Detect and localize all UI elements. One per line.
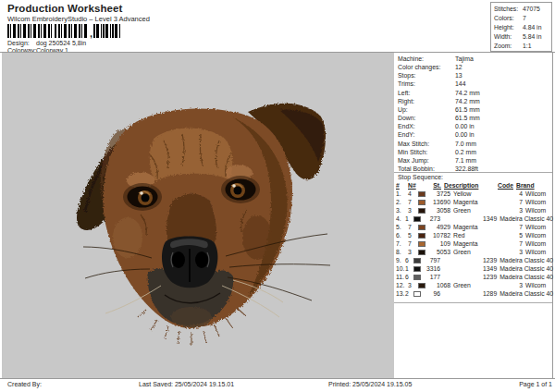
stop-sequence-divider <box>394 302 552 303</box>
machine-settings-panel: Machine:Tajima Color changes:12 Stops:13… <box>398 55 551 173</box>
machine-row: Right:74.2 mm <box>398 97 551 105</box>
barcode-segment-2 <box>93 24 121 38</box>
machine-row: Max Stitch:7.0 mm <box>398 140 551 148</box>
stop-sequence-heading: Stop Sequence: <box>398 174 443 180</box>
stop-sequence-row: 11.61771239Madeira Classic 40 <box>396 273 553 281</box>
thread-swatch <box>418 233 426 239</box>
machine-row: Up:61.5 mm <box>398 105 551 114</box>
thread-swatch <box>413 216 421 222</box>
thread-swatch <box>413 258 421 263</box>
stop-sequence-row: 10.133161349Madeira Classic 40 <box>396 264 553 273</box>
thread-swatch <box>413 291 421 297</box>
thread-swatch <box>418 283 426 288</box>
machine-row: Trims:144 <box>398 80 551 88</box>
machine-row: EndY:0.00 in <box>398 130 551 139</box>
thread-swatch <box>413 266 421 272</box>
stat-height: Height:4.84 in <box>494 23 551 32</box>
stop-sequence-row: 9.67971239Madeira Classic 40 <box>396 256 553 264</box>
dog-design-preview <box>2 53 394 378</box>
thread-swatch <box>418 250 426 255</box>
stat-colors: Colors:7 <box>494 14 551 23</box>
stop-sequence-table: # N# St. Description Code Brand 1.43725Y… <box>396 181 553 298</box>
dog-head-group <box>77 104 326 346</box>
stop-sequence-row: 12.31068Green3Wilcom <box>396 281 553 289</box>
stop-sequence-row: 5.74929Magenta7Wilcom <box>396 223 553 231</box>
stop-sequence-row: 7.7109Magenta7Wilcom <box>396 239 553 248</box>
barcode-segment-1 <box>7 24 89 38</box>
machine-row: EndX:0.00 in <box>398 122 551 130</box>
barcode-comma: , <box>90 29 92 38</box>
stop-sequence-row: 13.2961289Madeira Classic 40 <box>396 289 553 298</box>
machine-row: Color changes:12 <box>398 63 551 71</box>
machine-row: Stops:13 <box>398 71 551 80</box>
stop-sequence-row: 3.33058Green3Wilcom <box>396 206 553 214</box>
thread-swatch <box>418 241 426 247</box>
footer-printed: Printed: 25/05/2024 19.15.05 <box>328 381 412 387</box>
machine-row: Left:74.2 mm <box>398 89 551 97</box>
design-barcode: , <box>7 24 121 38</box>
thread-swatch <box>418 225 426 230</box>
page-title: Production Worksheet <box>7 3 122 14</box>
stop-sequence-row: 4.12731349Madeira Classic 40 <box>396 214 553 223</box>
machine-row: Down:61.5 mm <box>398 114 551 122</box>
thread-swatch <box>418 200 426 205</box>
footer-last-saved: Last Saved: 25/05/2024 19.15.01 <box>139 381 234 387</box>
footer-divider <box>0 378 555 379</box>
design-stats-box: Stitches:47075 Colors:7 Height:4.84 in W… <box>490 2 552 52</box>
thread-swatch <box>413 275 421 280</box>
machine-row: Total Bobbin:322.88ft <box>398 165 551 173</box>
machine-row: Max Jump:7.1 mm <box>398 156 551 165</box>
stat-stitches: Stitches:47075 <box>494 5 551 14</box>
thread-swatch <box>418 208 426 214</box>
machine-row: Machine:Tajima <box>398 55 551 63</box>
stop-sequence-row: 8.35053Green3Wilcom <box>396 248 553 256</box>
stat-zoom: Zoom:1:1 <box>494 42 551 51</box>
footer-created-by: Created By: <box>7 381 42 387</box>
stop-sequence-row: 6.510782Red5Wilcom <box>396 231 553 239</box>
stop-sequence-row: 2.713690Magenta7Wilcom <box>396 198 553 206</box>
machine-row: Min Stitch:0.2 mm <box>398 148 551 156</box>
stop-sequence-row: 1.43725Yellow4Wilcom <box>396 190 553 198</box>
design-canvas <box>2 53 394 378</box>
stop-sequence-header-row: # N# St. Description Code Brand <box>396 181 553 190</box>
stat-width: Width:5.84 in <box>494 32 551 42</box>
thread-swatch <box>418 191 426 197</box>
footer-page-number: Page 1 of 1 <box>519 381 552 387</box>
app-subtitle: Wilcom EmbroideryStudio – Level 3 Advanc… <box>7 15 150 23</box>
